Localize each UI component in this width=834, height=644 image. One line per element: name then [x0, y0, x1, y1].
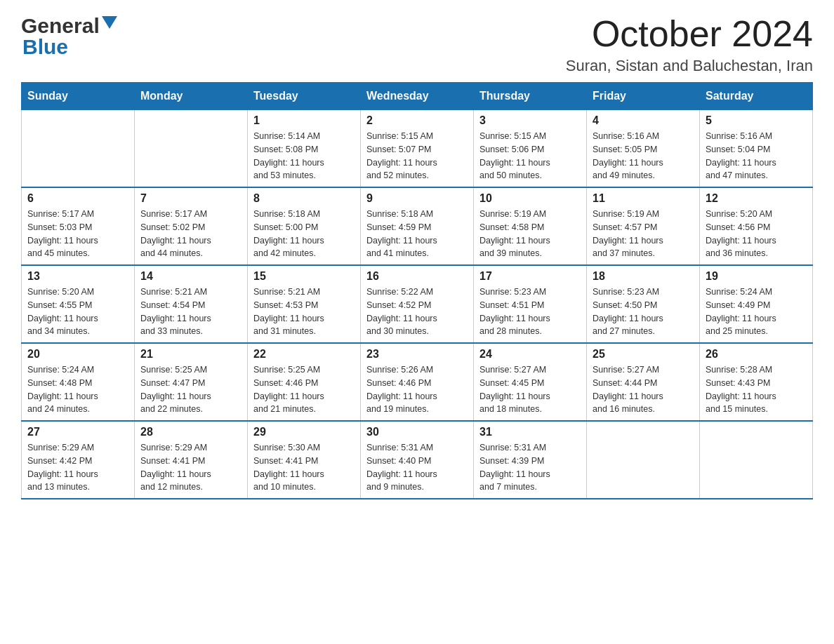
day-number: 11: [593, 192, 694, 205]
calendar-cell: 8Sunrise: 5:18 AM Sunset: 5:00 PM Daylig…: [248, 187, 361, 265]
day-number: 16: [366, 270, 468, 283]
calendar-week-row: 13Sunrise: 5:20 AM Sunset: 4:55 PM Dayli…: [22, 265, 813, 343]
calendar-cell: 22Sunrise: 5:25 AM Sunset: 4:46 PM Dayli…: [248, 343, 361, 421]
day-info: Sunrise: 5:26 AM Sunset: 4:46 PM Dayligh…: [366, 363, 468, 416]
day-number: 20: [27, 348, 128, 361]
day-number: 7: [140, 192, 241, 205]
calendar-cell: 24Sunrise: 5:27 AM Sunset: 4:45 PM Dayli…: [474, 343, 587, 421]
day-number: 4: [593, 114, 694, 127]
calendar-week-row: 6Sunrise: 5:17 AM Sunset: 5:03 PM Daylig…: [22, 187, 813, 265]
logo-blue-text: Blue: [22, 35, 68, 59]
day-number: 28: [140, 426, 241, 438]
calendar-week-row: 20Sunrise: 5:24 AM Sunset: 4:48 PM Dayli…: [22, 343, 813, 421]
calendar-body: 1Sunrise: 5:14 AM Sunset: 5:08 PM Daylig…: [22, 110, 813, 499]
calendar-week-row: 27Sunrise: 5:29 AM Sunset: 4:42 PM Dayli…: [22, 421, 813, 499]
calendar-cell: 13Sunrise: 5:20 AM Sunset: 4:55 PM Dayli…: [22, 265, 135, 343]
day-info: Sunrise: 5:25 AM Sunset: 4:46 PM Dayligh…: [253, 363, 355, 416]
calendar-cell: 14Sunrise: 5:21 AM Sunset: 4:54 PM Dayli…: [135, 265, 248, 343]
calendar-cell: 15Sunrise: 5:21 AM Sunset: 4:53 PM Dayli…: [248, 265, 361, 343]
day-number: 27: [27, 426, 128, 438]
day-number: 12: [706, 192, 807, 205]
day-info: Sunrise: 5:23 AM Sunset: 4:51 PM Dayligh…: [479, 286, 581, 338]
calendar-day-header: Thursday: [474, 83, 587, 110]
day-number: 13: [27, 270, 128, 283]
calendar-header: SundayMondayTuesdayWednesdayThursdayFrid…: [22, 83, 813, 110]
calendar-week-row: 1Sunrise: 5:14 AM Sunset: 5:08 PM Daylig…: [22, 110, 813, 188]
calendar-cell: 4Sunrise: 5:16 AM Sunset: 5:05 PM Daylig…: [587, 110, 700, 188]
day-info: Sunrise: 5:15 AM Sunset: 5:06 PM Dayligh…: [479, 130, 581, 182]
calendar-cell: 3Sunrise: 5:15 AM Sunset: 5:06 PM Daylig…: [474, 110, 587, 188]
calendar-cell: 18Sunrise: 5:23 AM Sunset: 4:50 PM Dayli…: [587, 265, 700, 343]
calendar-cell: 17Sunrise: 5:23 AM Sunset: 4:51 PM Dayli…: [474, 265, 587, 343]
day-info: Sunrise: 5:25 AM Sunset: 4:47 PM Dayligh…: [140, 363, 241, 416]
calendar-cell: 25Sunrise: 5:27 AM Sunset: 4:44 PM Dayli…: [587, 343, 700, 421]
day-info: Sunrise: 5:18 AM Sunset: 4:59 PM Dayligh…: [366, 208, 468, 260]
calendar-cell: 10Sunrise: 5:19 AM Sunset: 4:58 PM Dayli…: [474, 187, 587, 265]
day-info: Sunrise: 5:18 AM Sunset: 5:00 PM Dayligh…: [253, 208, 355, 260]
calendar-cell: 21Sunrise: 5:25 AM Sunset: 4:47 PM Dayli…: [135, 343, 248, 421]
day-info: Sunrise: 5:24 AM Sunset: 4:49 PM Dayligh…: [706, 286, 807, 338]
day-info: Sunrise: 5:20 AM Sunset: 4:56 PM Dayligh…: [706, 208, 807, 260]
calendar-cell: [587, 421, 700, 499]
page-header: General Blue October 2024 Suran, Sistan …: [21, 14, 813, 75]
svg-marker-0: [102, 16, 117, 29]
calendar-cell: 26Sunrise: 5:28 AM Sunset: 4:43 PM Dayli…: [700, 343, 813, 421]
calendar-cell: 6Sunrise: 5:17 AM Sunset: 5:03 PM Daylig…: [22, 187, 135, 265]
day-number: 29: [253, 426, 355, 438]
calendar-cell: [700, 421, 813, 499]
day-info: Sunrise: 5:22 AM Sunset: 4:52 PM Dayligh…: [366, 286, 468, 338]
calendar-cell: 16Sunrise: 5:22 AM Sunset: 4:52 PM Dayli…: [361, 265, 474, 343]
day-info: Sunrise: 5:24 AM Sunset: 4:48 PM Dayligh…: [27, 363, 128, 416]
calendar-cell: 20Sunrise: 5:24 AM Sunset: 4:48 PM Dayli…: [22, 343, 135, 421]
day-number: 25: [593, 348, 694, 361]
calendar-cell: 31Sunrise: 5:31 AM Sunset: 4:39 PM Dayli…: [474, 421, 587, 499]
day-info: Sunrise: 5:30 AM Sunset: 4:41 PM Dayligh…: [253, 441, 355, 494]
calendar-day-header: Monday: [135, 83, 248, 110]
day-number: 9: [366, 192, 468, 205]
logo-general-text: General: [21, 14, 100, 38]
day-number: 19: [706, 270, 807, 283]
month-title: October 2024: [566, 14, 813, 54]
day-number: 22: [253, 348, 355, 361]
calendar-table: SundayMondayTuesdayWednesdayThursdayFrid…: [21, 82, 813, 499]
day-number: 2: [366, 114, 468, 127]
day-number: 23: [366, 348, 468, 361]
day-number: 31: [479, 426, 581, 438]
day-number: 6: [27, 192, 128, 205]
day-info: Sunrise: 5:29 AM Sunset: 4:42 PM Dayligh…: [27, 441, 128, 494]
day-info: Sunrise: 5:16 AM Sunset: 5:04 PM Dayligh…: [706, 130, 807, 182]
location-title: Suran, Sistan and Baluchestan, Iran: [566, 57, 813, 75]
calendar-cell: [135, 110, 248, 188]
day-number: 17: [479, 270, 581, 283]
day-info: Sunrise: 5:23 AM Sunset: 4:50 PM Dayligh…: [593, 286, 694, 338]
calendar-day-header: Saturday: [700, 83, 813, 110]
calendar-day-header: Wednesday: [361, 83, 474, 110]
day-info: Sunrise: 5:27 AM Sunset: 4:45 PM Dayligh…: [479, 363, 581, 416]
calendar-cell: 9Sunrise: 5:18 AM Sunset: 4:59 PM Daylig…: [361, 187, 474, 265]
day-info: Sunrise: 5:19 AM Sunset: 4:57 PM Dayligh…: [593, 208, 694, 260]
day-info: Sunrise: 5:31 AM Sunset: 4:40 PM Dayligh…: [366, 441, 468, 494]
calendar-cell: 12Sunrise: 5:20 AM Sunset: 4:56 PM Dayli…: [700, 187, 813, 265]
day-info: Sunrise: 5:28 AM Sunset: 4:43 PM Dayligh…: [706, 363, 807, 416]
calendar-cell: 2Sunrise: 5:15 AM Sunset: 5:07 PM Daylig…: [361, 110, 474, 188]
day-number: 26: [706, 348, 807, 361]
day-number: 14: [140, 270, 241, 283]
calendar-cell: 27Sunrise: 5:29 AM Sunset: 4:42 PM Dayli…: [22, 421, 135, 499]
day-info: Sunrise: 5:29 AM Sunset: 4:41 PM Dayligh…: [140, 441, 241, 494]
day-info: Sunrise: 5:19 AM Sunset: 4:58 PM Dayligh…: [479, 208, 581, 260]
day-number: 3: [479, 114, 581, 127]
day-info: Sunrise: 5:20 AM Sunset: 4:55 PM Dayligh…: [27, 286, 128, 338]
logo: General Blue: [21, 14, 117, 59]
calendar-cell: 23Sunrise: 5:26 AM Sunset: 4:46 PM Dayli…: [361, 343, 474, 421]
calendar-cell: [22, 110, 135, 188]
calendar-day-header: Tuesday: [248, 83, 361, 110]
day-info: Sunrise: 5:21 AM Sunset: 4:54 PM Dayligh…: [140, 286, 241, 338]
calendar-cell: 19Sunrise: 5:24 AM Sunset: 4:49 PM Dayli…: [700, 265, 813, 343]
logo-triangle-icon: [102, 16, 117, 32]
calendar-cell: 30Sunrise: 5:31 AM Sunset: 4:40 PM Dayli…: [361, 421, 474, 499]
day-info: Sunrise: 5:21 AM Sunset: 4:53 PM Dayligh…: [253, 286, 355, 338]
day-number: 21: [140, 348, 241, 361]
day-info: Sunrise: 5:17 AM Sunset: 5:03 PM Dayligh…: [27, 208, 128, 260]
day-number: 5: [706, 114, 807, 127]
calendar-cell: 28Sunrise: 5:29 AM Sunset: 4:41 PM Dayli…: [135, 421, 248, 499]
